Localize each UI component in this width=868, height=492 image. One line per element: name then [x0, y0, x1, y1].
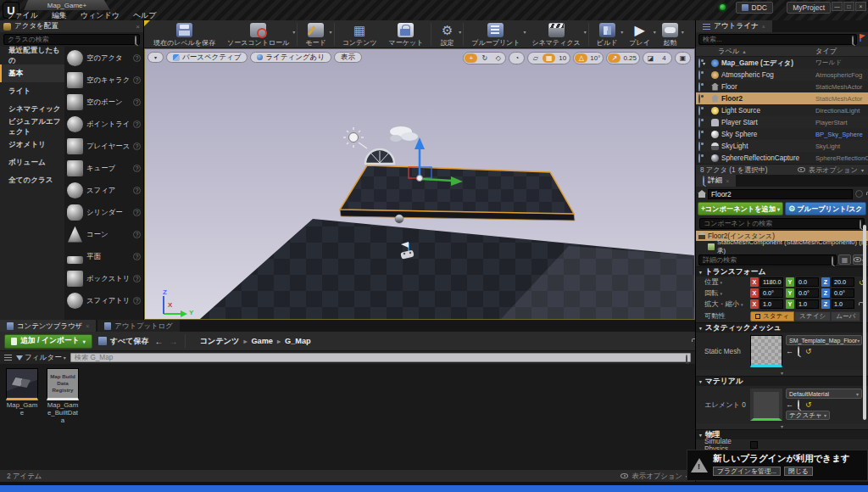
breadcrumb-content[interactable]: コンテンツ	[199, 336, 239, 347]
visibility-eye-icon[interactable]	[698, 95, 700, 103]
category-geometry[interactable]: ジオメトリ	[0, 136, 64, 154]
list-item[interactable]: 空のポーン?	[64, 91, 143, 113]
view-options-button[interactable]: 表示オプション ▾	[620, 472, 688, 481]
column-type[interactable]: タイプ	[815, 47, 868, 56]
actor-name-input[interactable]	[708, 189, 853, 199]
textures-button[interactable]: テクスチャ▾	[786, 411, 830, 420]
materials-section-header[interactable]: ▾マテリアル	[696, 376, 868, 386]
view-options-button[interactable]: 表示オプション ▾	[798, 165, 864, 175]
visibility-eye-icon[interactable]	[698, 119, 700, 126]
static-mesh-thumbnail[interactable]	[750, 335, 782, 367]
restore-button[interactable]: □	[843, 2, 854, 11]
table-row[interactable]: Sky SphereBP_Sky_Sphere	[696, 128, 868, 140]
perspective-button[interactable]: パースペクティブ	[166, 52, 248, 63]
modes-button[interactable]: モード ▾	[299, 21, 331, 48]
scale-tool-button[interactable]: ◇	[492, 53, 504, 63]
class-search-input[interactable]	[3, 34, 140, 45]
reset-to-default-icon[interactable]: ↺	[805, 400, 812, 409]
visibility-eye-icon[interactable]	[698, 83, 700, 91]
directional-light-icon[interactable]	[343, 127, 367, 148]
visibility-eye-icon[interactable]	[698, 154, 700, 162]
material-thumbnail[interactable]	[750, 389, 782, 421]
world-local-toggle[interactable]: ◔	[510, 53, 523, 63]
table-row[interactable]: Player StartPlayerStart	[696, 116, 868, 128]
add-component-button[interactable]: +コンポーネントを追加▾	[698, 202, 783, 215]
use-selected-icon[interactable]: ←	[786, 400, 793, 409]
play-button[interactable]: ▶ プレイ ▾	[623, 21, 656, 48]
reset-to-default-icon[interactable]: ↺	[805, 347, 812, 355]
rotation-y-input[interactable]: 0.0°	[796, 288, 819, 298]
list-item[interactable]: ポイントライト?	[64, 113, 143, 135]
scale-y-input[interactable]: 1.0	[796, 299, 819, 309]
level-tab[interactable]: Map_Game+	[24, 0, 110, 10]
add-import-button[interactable]: 追加 / インポート ▾	[4, 334, 92, 349]
back-arrow-icon[interactable]: ←	[154, 337, 163, 346]
table-row[interactable]: FloorStaticMeshActor	[696, 81, 868, 92]
settings-button[interactable]: ⚙ 設定 ▾	[433, 21, 461, 48]
breadcrumb-game[interactable]: Game	[251, 337, 273, 345]
filters-button[interactable]: フィルター ▾	[16, 353, 66, 363]
property-matrix-button[interactable]: ▦	[838, 254, 851, 265]
visibility-eye-icon[interactable]	[698, 71, 700, 79]
tab-details[interactable]: 詳細 ×	[696, 175, 736, 187]
mobility-static-button[interactable]: スタティ	[750, 311, 794, 321]
column-label[interactable]: ラベル▲	[718, 47, 815, 56]
tab-outliner[interactable]: アウトライナ ×	[696, 20, 772, 32]
help-icon[interactable]: ?	[133, 253, 141, 260]
help-icon[interactable]: ?	[133, 231, 141, 238]
expand-advanced-button[interactable]: ▾	[696, 370, 868, 376]
help-icon[interactable]: ?	[133, 98, 141, 106]
details-search-input[interactable]	[698, 254, 837, 266]
save-level-button[interactable]: 現在のレベルを保存	[147, 21, 221, 48]
camera-speed-button[interactable]: ◪	[644, 53, 657, 63]
rotation-snap-value[interactable]: 10°	[588, 53, 602, 63]
maximize-viewport-button[interactable]: ▣	[676, 53, 689, 63]
mobility-stationary-button[interactable]: ステイシ	[794, 311, 831, 321]
help-icon[interactable]: ?	[133, 54, 141, 62]
category-lights[interactable]: ライト	[0, 82, 64, 100]
marketplace-button[interactable]: マーケット	[383, 21, 430, 48]
blueprint-script-button[interactable]: ⚙ ブループリント/スク	[785, 202, 866, 215]
location-z-input[interactable]: 20.0	[832, 277, 854, 287]
translate-tool-button[interactable]: +	[465, 53, 477, 63]
help-icon[interactable]: ?	[133, 275, 141, 282]
view-mode-button[interactable]: ライティングあり	[250, 52, 331, 63]
mobility-movable-button[interactable]: ムーバ	[831, 311, 860, 321]
build-button[interactable]: ビルド ▾	[591, 21, 624, 48]
component-row[interactable]: StaticMeshComponent (StaticMeshComponent…	[696, 241, 868, 253]
level-viewport[interactable]: Z X Y ▾ パースペクティブ ライティングあり 表示 + ↻ ◇ ◔ ▱ ▦…	[144, 48, 695, 320]
source-control-button[interactable]: ソースコントロール ▾	[221, 21, 295, 48]
list-item[interactable]: シリンダー?	[64, 201, 143, 223]
expand-advanced-button[interactable]: ▾	[696, 423, 868, 429]
close-icon[interactable]: ×	[136, 23, 140, 31]
list-item[interactable]: ボックストリガー?	[64, 267, 143, 289]
close-icon[interactable]: ×	[762, 24, 765, 30]
category-volumes[interactable]: ボリューム	[0, 154, 64, 171]
visibility-eye-icon[interactable]	[698, 107, 700, 115]
save-all-button[interactable]: すべて保存	[98, 336, 149, 347]
list-item[interactable]: スフィア?	[64, 179, 143, 201]
help-icon[interactable]: ?	[133, 143, 141, 150]
scale-snap-button[interactable]: ↗	[608, 53, 620, 63]
close-icon[interactable]: ×	[726, 178, 729, 184]
rotation-z-input[interactable]: 0.0°	[832, 288, 854, 298]
help-icon[interactable]: ?	[133, 187, 141, 194]
table-row[interactable]: SkyLightSkyLight	[696, 140, 868, 152]
category-basic[interactable]: 基本	[0, 64, 64, 82]
visibility-eye-icon[interactable]	[698, 131, 700, 138]
info-icon[interactable]	[855, 190, 863, 198]
rotation-snap-button[interactable]: △	[575, 53, 587, 63]
rotate-tool-button[interactable]: ↻	[478, 53, 491, 63]
location-y-input[interactable]: 0.0	[796, 277, 819, 287]
scale-x-input[interactable]: 1.0	[760, 299, 783, 309]
tab-output-log[interactable]: アウトプットログ	[97, 320, 180, 332]
content-button[interactable]: ▦ コンテンツ	[337, 21, 383, 48]
forward-arrow-icon[interactable]: →	[169, 337, 177, 346]
component-search-input[interactable]	[699, 218, 865, 229]
rotation-x-input[interactable]: 0.0°	[760, 288, 783, 298]
skylight-dome-icon[interactable]	[365, 149, 394, 164]
close-icon[interactable]: ×	[86, 323, 89, 329]
project-button[interactable]: MyProject	[787, 2, 831, 14]
browse-icon[interactable]	[798, 347, 799, 355]
static-mesh-section-header[interactable]: ▾スタティックメッシュ	[696, 322, 868, 333]
